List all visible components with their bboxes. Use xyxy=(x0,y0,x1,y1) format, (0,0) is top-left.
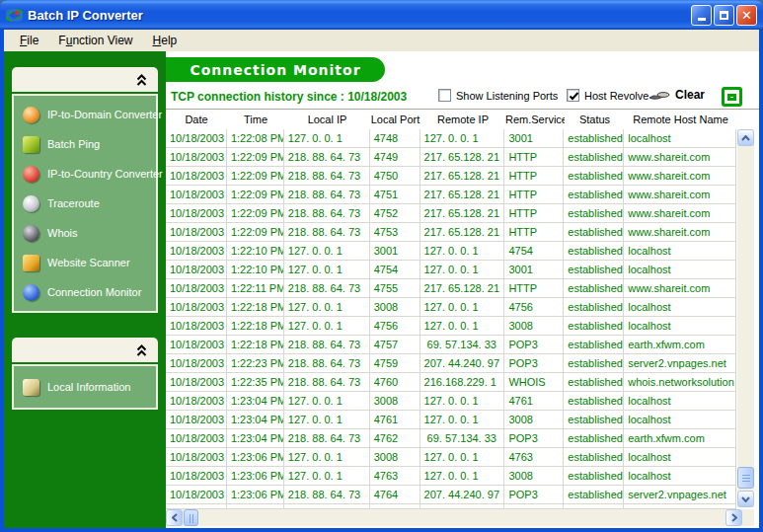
table-cell: 4762 xyxy=(370,429,420,448)
table-row[interactable]: 10/18/20031:22:11 PM218. 88. 64. 7347552… xyxy=(166,279,735,298)
table-cell: 207. 44.240. 97 xyxy=(420,486,505,504)
sidebar-item-ip-to-country-converter[interactable]: IP-to-Country Converter xyxy=(14,159,156,189)
table-cell: HTTP xyxy=(504,186,564,204)
table-row[interactable]: 10/18/20031:23:04 PM127. 0. 0. 14761127.… xyxy=(166,411,735,429)
maximize-button[interactable] xyxy=(714,5,734,26)
table-cell: 10/18/2003 xyxy=(166,373,227,392)
column-header-time[interactable]: Time xyxy=(227,110,284,129)
column-header-remote-ip[interactable]: Remote IP xyxy=(420,110,505,129)
horizontal-scrollbar[interactable] xyxy=(166,509,742,526)
sidebar-group-header[interactable] xyxy=(12,338,158,362)
table-row[interactable]: 10/18/20031:22:35 PM218. 88. 64. 7347602… xyxy=(166,373,735,392)
scroll-up-button[interactable] xyxy=(737,129,754,146)
table-row[interactable]: 10/18/20031:22:08 PM127. 0. 0. 14748127.… xyxy=(166,129,735,148)
table-row[interactable]: 10/18/20031:23:06 PM218. 88. 64. 7347642… xyxy=(166,486,735,504)
table-cell: 1:22:11 PM xyxy=(227,279,284,298)
horizontal-scroll-thumb[interactable] xyxy=(184,509,198,526)
vertical-scroll-thumb[interactable] xyxy=(737,467,754,489)
table-row[interactable]: 10/18/20031:22:18 PM127. 0. 0. 13008127.… xyxy=(166,298,735,317)
column-header-local-ip[interactable]: Local IP xyxy=(284,110,370,129)
clear-button[interactable]: Clear xyxy=(648,88,705,102)
table-cell: 127. 0. 0. 1 xyxy=(420,392,505,411)
table-cell: localhost xyxy=(624,261,735,279)
menu-item-help[interactable]: Help xyxy=(143,32,188,49)
checkbox-host-revolve[interactable]: Host Revolve xyxy=(567,89,649,102)
sidebar-item-website-scanner[interactable]: Website Scanner xyxy=(14,248,156,277)
table-cell: 3008 xyxy=(504,467,564,486)
arrow-down-icon xyxy=(741,496,750,502)
collapse-chevron-icon[interactable] xyxy=(135,343,148,357)
table-row[interactable]: 10/18/20031:22:09 PM218. 88. 64. 7347522… xyxy=(166,204,735,223)
table-cell: 1:22:09 PM xyxy=(227,204,284,223)
table-cell: 10/18/2003 xyxy=(166,204,227,223)
table-cell: 4761 xyxy=(504,392,564,411)
table-cell: www.shareit.com xyxy=(624,204,735,223)
sidebar-item-ip-to-domain-converter[interactable]: IP-to-Domain Converter xyxy=(14,100,156,129)
column-header-status[interactable]: Status xyxy=(565,110,625,129)
table-row[interactable]: 10/18/20031:22:23 PM218. 88. 64. 7347592… xyxy=(166,354,735,373)
scanner-icon xyxy=(23,255,39,271)
checkbox-box[interactable] xyxy=(567,89,579,102)
menu-item-file[interactable]: File xyxy=(10,32,48,49)
sidebar-item-local-information[interactable]: Local Information xyxy=(14,372,156,402)
scrollbar-corner xyxy=(742,509,754,526)
table-cell: 127. 0. 0. 1 xyxy=(284,317,370,336)
scroll-left-button[interactable] xyxy=(166,509,183,526)
table-cell: 127. 0. 0. 1 xyxy=(420,467,505,486)
table-row[interactable]: 10/18/20031:23:06 PM127. 0. 0. 13008127.… xyxy=(166,448,735,467)
checkbox-box[interactable] xyxy=(438,89,451,102)
table-cell: 4761 xyxy=(370,411,420,429)
thumb-grip xyxy=(190,514,195,523)
scroll-down-button[interactable] xyxy=(737,491,754,507)
sidebar-item-connection-monitor[interactable]: Connection Monitor xyxy=(14,277,156,307)
table-cell: established xyxy=(564,373,624,392)
close-button[interactable]: ✕ xyxy=(736,5,757,26)
table-cell: 127. 0. 0. 1 xyxy=(284,411,370,429)
column-header-rem-service[interactable]: Rem.Service xyxy=(505,110,565,129)
table-row[interactable]: 10/18/20031:23:06 PM127. 0. 0. 14763127.… xyxy=(166,467,735,486)
table-row[interactable]: 10/18/20031:22:09 PM218. 88. 64. 7347512… xyxy=(166,186,735,204)
window-title: Batch IP Converter xyxy=(28,8,691,23)
minimize-button[interactable] xyxy=(691,5,712,26)
table-cell: 69. 57.134. 33 xyxy=(420,429,505,448)
vertical-scrollbar[interactable] xyxy=(737,129,754,507)
title-bar[interactable]: Batch IP Converter ✕ xyxy=(0,0,763,30)
table-row[interactable]: 10/18/20031:23:04 PM218. 88. 64. 734762 … xyxy=(166,429,735,448)
table-row[interactable]: 10/18/20031:22:10 PM127. 0. 0. 13001127.… xyxy=(166,242,735,261)
ping-icon xyxy=(23,136,39,153)
table-cell: 4763 xyxy=(370,467,420,486)
menu-item-function-view[interactable]: Function View xyxy=(48,32,142,49)
checkbox-show-listening-ports[interactable]: Show Listening Ports xyxy=(438,89,558,102)
table-row[interactable]: 10/18/20031:22:09 PM218. 88. 64. 7347502… xyxy=(166,167,735,186)
table-row[interactable]: 10/18/20031:22:09 PM218. 88. 64. 7347532… xyxy=(166,223,735,242)
window-restore-icon[interactable] xyxy=(722,87,742,107)
table-cell: 1:22:09 PM xyxy=(227,148,284,167)
scroll-right-button[interactable] xyxy=(725,509,742,526)
table-cell: whois.networksolution xyxy=(624,373,735,392)
table-row[interactable]: 10/18/20031:22:10 PM127. 0. 0. 14754127.… xyxy=(166,261,735,279)
table-cell: established xyxy=(564,167,624,186)
sidebar-item-whois[interactable]: Whois xyxy=(14,218,156,248)
sidebar-item-batch-ping[interactable]: Batch Ping xyxy=(14,129,156,159)
table-cell: 1:22:09 PM xyxy=(227,167,284,186)
column-header-remote-host-name[interactable]: Remote Host Name xyxy=(625,110,736,129)
table-cell: established xyxy=(564,448,624,467)
column-header-local-port[interactable]: Local Port xyxy=(370,110,420,129)
table-cell: 127. 0. 0. 1 xyxy=(284,129,370,148)
collapse-chevron-icon[interactable] xyxy=(135,73,148,87)
table-cell: established xyxy=(564,317,624,336)
table-cell: 1:22:08 PM xyxy=(227,129,284,148)
table-row[interactable]: 10/18/20031:22:09 PM218. 88. 64. 7347492… xyxy=(166,148,735,167)
table-cell: 10/18/2003 xyxy=(166,354,227,373)
table-cell: 127. 0. 0. 1 xyxy=(420,298,505,317)
table-row[interactable]: 10/18/20031:22:18 PM127. 0. 0. 14756127.… xyxy=(166,317,735,336)
column-header-date[interactable]: Date xyxy=(166,110,227,129)
table-cell: 1:22:18 PM xyxy=(227,317,284,336)
table-cell: 10/18/2003 xyxy=(166,186,227,204)
table-row[interactable]: 10/18/20031:22:18 PM218. 88. 64. 734757 … xyxy=(166,336,735,354)
sidebar-item-traceroute[interactable]: Traceroute xyxy=(14,189,156,218)
table-row[interactable]: 10/18/20031:23:04 PM127. 0. 0. 13008127.… xyxy=(166,392,735,411)
table-cell: 4754 xyxy=(504,242,564,261)
sidebar-group-header[interactable] xyxy=(12,67,158,92)
table-cell: 218. 88. 64. 73 xyxy=(284,223,370,242)
